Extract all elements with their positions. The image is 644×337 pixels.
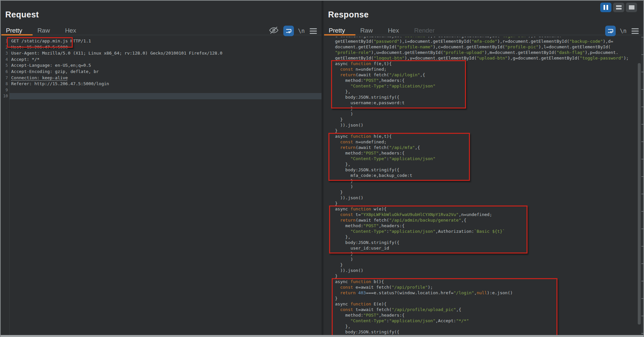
newline-toggle-button[interactable]: \n [620,28,627,34]
columns-layout-icon [604,5,605,10]
response-code-line: ) [335,256,635,262]
word-wrap-icon [607,27,614,35]
line-number: 8 [1,81,8,87]
tab-pretty[interactable]: Pretty [6,27,22,34]
eye-off-icon[interactable] [269,26,279,36]
annotation-box-request-path-highlight [7,37,73,48]
request-editor[interactable]: 1GET /static/app.min.js HTTP/1.12Host: 1… [1,37,322,335]
response-marker-strip [641,37,643,335]
response-code-line: document.getElementById("profile-name"),… [335,44,635,50]
request-line: 10 [1,93,322,99]
response-code-line: )).json() [335,195,635,201]
request-title: Request [5,10,39,19]
request-toolbar: \n [269,26,318,36]
line-number: 3 [1,50,8,57]
response-code-line: )).json() [335,122,635,128]
annotation-box-backup-generate-function-highlight [329,205,528,253]
request-active-tab-underline [1,34,33,36]
response-code-line: ) [335,184,635,189]
line-number: 7 [1,75,8,81]
tab-raw[interactable]: Raw [360,27,373,34]
request-line: 7Connection: keep-alive [1,75,322,81]
request-pane: Request PrettyRawHex \n [1,1,322,335]
word-wrap-icon [285,27,292,35]
word-wrap-toggle-button[interactable] [605,26,616,36]
response-scrollbar-thumb[interactable] [638,63,641,325]
request-line: 6Accept-Encoding: gzip, deflate, br [1,69,322,75]
request-line: 5Accept-Language: en-US,en;q=0.5 [1,62,322,69]
request-line: 4Accept: */* [1,57,322,63]
layout-toggle-buttons [600,3,637,12]
line-number: 5 [1,62,8,69]
single-pane-layout-icon [629,5,634,10]
response-code-line: getElementById("password"),i=document.ge… [335,38,635,44]
line-number: 10 [1,93,8,99]
response-title: Response [328,10,369,19]
burp-message-editor-window: Request PrettyRawHex \n [0,0,644,337]
tab-hex[interactable]: Hex [388,27,399,34]
tab-hex[interactable]: Hex [65,27,76,34]
tab-pretty[interactable]: Pretty [329,27,345,34]
response-code-line: } [335,117,635,122]
tab-render: Render [414,27,434,34]
menu-icon[interactable] [309,28,318,35]
newline-toggle-button[interactable]: \n [298,28,305,34]
annotation-box-mfa-function-highlight [328,133,470,181]
columns-layout-button[interactable] [600,3,611,12]
response-active-tab-underline [324,34,355,36]
request-tabs: PrettyRawHex [6,27,76,34]
stacked-layout-button[interactable] [613,3,624,12]
response-code-line: } [335,189,635,195]
response-code-line: )).json() [335,268,635,273]
response-code-line: } [335,262,635,268]
window-bottom-edge [1,335,643,337]
annotation-box-login-function-highlight [331,60,466,108]
stacked-layout-icon [616,5,622,10]
menu-icon[interactable] [631,28,639,35]
line-number: 9 [1,87,8,93]
response-tabs: PrettyRawHexRender [329,27,435,34]
request-gutter-separator [9,37,10,335]
response-toolbar: \n [605,26,639,36]
pane-divider[interactable] [322,1,323,335]
line-number: 6 [1,69,8,75]
response-code-line: "profile-role"),u=document.getElementByI… [335,50,635,55]
response-tab-separator [323,35,643,35]
line-number: 4 [1,57,8,63]
tab-raw[interactable]: Raw [38,27,50,34]
request-line: 3User-Agent: Mozilla/5.0 (X11; Linux x86… [1,50,322,57]
single-pane-layout-button[interactable] [626,3,637,12]
response-code-line: ) [335,111,635,117]
request-line: 9 [1,87,322,93]
annotation-box-profile-functions-highlight [332,278,557,337]
request-line: 8Referer: http://15.206.47.5:5000/login [1,81,322,87]
word-wrap-toggle-button[interactable] [283,26,294,36]
